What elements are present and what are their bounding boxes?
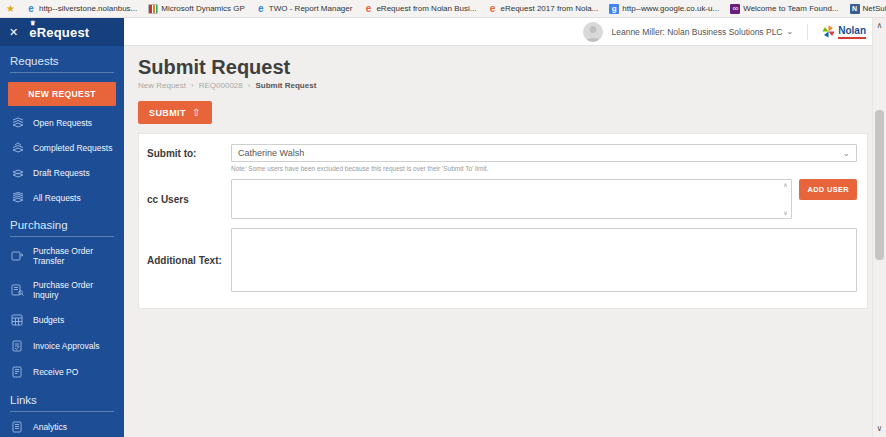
submit-to-note: Note: Some users have been excluded beca… (231, 165, 857, 172)
bookmark-label: eRequest 2017 from Nola... (500, 4, 598, 13)
bookmark-label: http--silverstone.nolanbus... (39, 4, 137, 13)
submit-to-select[interactable]: Catherine Walsh ⌄ (231, 144, 857, 162)
scrollbar-down-arrow-icon[interactable]: ∨ (877, 425, 883, 433)
divider (10, 411, 114, 412)
bookmark-label: http--www.google.co.uk-u... (622, 4, 719, 13)
bookmark-label: Microsoft Dynamics GP (161, 4, 245, 13)
additional-text-label: Additional Text: (147, 255, 231, 266)
nolan-logo[interactable]: Nolan (822, 25, 866, 39)
add-user-button[interactable]: ADD USER (799, 179, 857, 200)
main-content: Submit Request New Request › REQ000028 ›… (124, 46, 886, 437)
person-icon (583, 22, 603, 42)
chevron-down-icon: ⌄ (842, 148, 850, 158)
sidebar-item-budgets[interactable]: Budgets (0, 307, 124, 333)
additional-text-row: Additional Text: (147, 228, 857, 292)
sidebar-item-draft-requests[interactable]: Draft Requests (0, 160, 124, 185)
ie-icon (26, 4, 36, 14)
all-requests-icon (10, 192, 25, 203)
sidebar-item-all-requests[interactable]: All Requests (0, 185, 124, 210)
sidebar: ✕ eRequest Requests NEW REQUEST Open Req… (0, 18, 124, 437)
chevron-down-icon: ⌄ (787, 28, 794, 36)
bookmark-label: Welcome to Team Found... (743, 4, 838, 13)
sidebar-item-purchase-order-inquiry[interactable]: Purchase Order Inquiry (0, 273, 124, 307)
sidebar-item-completed-requests[interactable]: Completed Requests (0, 135, 124, 160)
bookmark-netsuite[interactable]: NetSuite - Customer Login (850, 4, 886, 14)
bookmark-report-manager[interactable]: TWO - Report Manager (256, 4, 353, 14)
scroll-down-icon[interactable]: ∨ (783, 210, 787, 216)
bookmark-dynamics-gp[interactable]: Microsoft Dynamics GP (148, 4, 245, 14)
sidebar-item-purchase-order-transfer[interactable]: Purchase Order Transfer (0, 239, 124, 273)
bookmark-label: NetSuite - Customer Login (863, 4, 886, 13)
completed-requests-icon (10, 142, 25, 153)
scrollbar-thumb[interactable] (875, 110, 884, 260)
bookmark-google[interactable]: http--www.google.co.uk-u... (609, 4, 719, 14)
sidebar-item-label: Receive PO (33, 367, 78, 377)
ie-icon (256, 4, 266, 14)
sidebar-section-purchasing: Purchasing (0, 210, 124, 236)
page-title: Submit Request (138, 56, 872, 79)
sidebar-header: ✕ eRequest (0, 18, 124, 46)
nolan-pinwheel-icon (822, 25, 835, 38)
submit-button-label: SUBMIT (149, 108, 186, 118)
analytics-icon (10, 421, 25, 433)
cc-users-textarea[interactable]: ∧ ∨ (231, 179, 792, 219)
sidebar-section-links: Links (0, 385, 124, 411)
breadcrumb: New Request › REQ000028 › Submit Request (138, 81, 872, 90)
bookmark-team-foundation[interactable]: Welcome to Team Found... (730, 4, 838, 14)
sidebar-item-open-requests[interactable]: Open Requests (0, 110, 124, 135)
open-requests-icon (10, 117, 25, 128)
sidebar-item-label: Analytics (33, 422, 67, 432)
submit-to-row: Submit to: Catherine Walsh ⌄ Note: Some … (147, 144, 857, 179)
breadcrumb-item-new-request[interactable]: New Request (138, 81, 186, 90)
purchase-order-inquiry-icon (10, 284, 25, 296)
sidebar-item-label: Open Requests (33, 118, 92, 128)
breadcrumb-item-current: Submit Request (255, 81, 316, 90)
scrollbar-up-arrow-icon[interactable]: ∧ (877, 22, 883, 30)
erequest-icon (487, 4, 497, 14)
breadcrumb-separator: › (191, 81, 194, 90)
sidebar-item-label: Completed Requests (33, 143, 112, 153)
submit-arrow-icon: ⇧ (192, 107, 201, 118)
cc-users-row: cc Users ∧ ∨ ADD USER (147, 179, 857, 219)
user-menu[interactable]: Leanne Miller: Nolan Business Solutions … (611, 27, 793, 37)
scroll-up-icon[interactable]: ∧ (783, 182, 787, 188)
sidebar-item-analytics[interactable]: Analytics (0, 414, 124, 437)
avatar[interactable] (583, 22, 603, 42)
sidebar-item-label: Budgets (33, 315, 64, 325)
sidebar-item-label: Draft Requests (33, 168, 90, 178)
sidebar-item-invoice-approvals[interactable]: Invoice Approvals (0, 333, 124, 359)
sidebar-section-requests: Requests (0, 46, 124, 72)
bookmark-label: eRequest from Nolan Busi... (376, 4, 476, 13)
team-foundation-icon (730, 4, 740, 14)
page-scrollbar[interactable]: ∧ ∨ (872, 18, 886, 437)
cc-users-label: cc Users (147, 194, 231, 205)
close-icon[interactable]: ✕ (9, 26, 18, 39)
submit-to-label: Submit to: (147, 144, 231, 159)
netsuite-icon (850, 4, 860, 14)
user-name-label: Leanne Miller: Nolan Business Solutions … (611, 27, 782, 37)
sidebar-item-label: Invoice Approvals (33, 341, 100, 351)
submit-button[interactable]: SUBMIT ⇧ (138, 101, 212, 124)
favorites-bar: ★ http--silverstone.nolanbus... Microsof… (0, 0, 886, 18)
breadcrumb-separator: › (248, 81, 251, 90)
favorites-star-icon[interactable]: ★ (6, 4, 15, 14)
main-area: Leanne Miller: Nolan Business Solutions … (124, 18, 886, 437)
bookmark-erequest[interactable]: eRequest from Nolan Busi... (363, 4, 476, 14)
submit-to-value: Catherine Walsh (238, 148, 842, 158)
bookmark-erequest-2017[interactable]: eRequest 2017 from Nola... (487, 4, 598, 14)
breadcrumb-item-request-id[interactable]: REQ000028 (199, 81, 243, 90)
nolan-brand-label: Nolan (838, 25, 866, 39)
sidebar-item-label: All Requests (33, 193, 81, 203)
purchase-order-transfer-icon (10, 250, 25, 262)
dynamics-gp-icon (148, 4, 158, 14)
cc-users-scrollbar: ∧ ∨ (780, 181, 790, 217)
receive-po-icon (10, 366, 25, 378)
divider (10, 72, 114, 73)
new-request-button[interactable]: NEW REQUEST (8, 82, 116, 106)
topbar: Leanne Miller: Nolan Business Solutions … (124, 18, 886, 46)
sidebar-item-receive-po[interactable]: Receive PO (0, 359, 124, 385)
budgets-icon (10, 314, 25, 326)
additional-text-textarea[interactable] (231, 228, 857, 292)
bookmark-silverstone[interactable]: http--silverstone.nolanbus... (26, 4, 137, 14)
erequest-logo[interactable]: eRequest (29, 25, 89, 40)
